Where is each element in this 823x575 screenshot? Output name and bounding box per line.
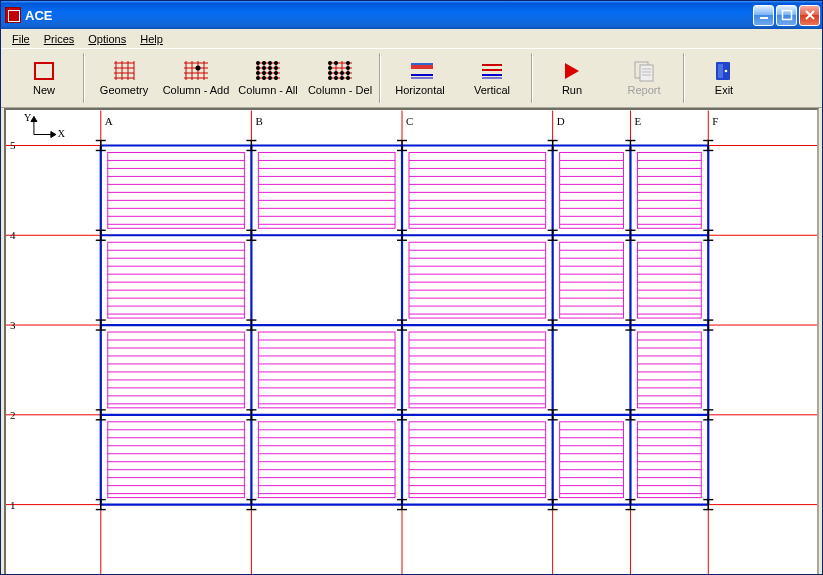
svg-point-16 (256, 76, 260, 80)
horizontal-button[interactable]: Horizontal (385, 53, 455, 103)
svg-point-11 (274, 66, 278, 70)
svg-text:4: 4 (10, 229, 16, 241)
window-title: ACE (25, 8, 751, 23)
svg-point-31 (340, 76, 344, 80)
grid-svg: ABCDEF54321XY (6, 110, 817, 575)
svg-rect-180 (637, 332, 701, 408)
svg-rect-220 (560, 422, 624, 498)
svg-rect-190 (108, 422, 245, 498)
svg-rect-70 (258, 152, 395, 228)
svg-point-27 (340, 71, 344, 75)
svg-rect-200 (258, 422, 395, 498)
svg-rect-90 (560, 152, 624, 228)
svg-rect-130 (560, 242, 624, 318)
report-icon (631, 60, 657, 82)
svg-rect-42 (640, 65, 653, 81)
svg-text:E: E (634, 115, 641, 127)
svg-point-5 (262, 61, 266, 65)
horizontal-beam-icon (407, 60, 433, 82)
svg-point-8 (256, 66, 260, 70)
svg-point-12 (256, 71, 260, 75)
menu-bar: File Prices Options Help (1, 29, 822, 48)
svg-point-25 (328, 71, 332, 75)
svg-point-13 (262, 71, 266, 75)
column-add-button[interactable]: Column - Add (161, 53, 231, 103)
svg-point-14 (268, 71, 272, 75)
svg-point-18 (268, 76, 272, 80)
svg-text:5: 5 (10, 139, 16, 151)
menu-file[interactable]: File (5, 32, 37, 46)
svg-point-28 (346, 71, 350, 75)
svg-rect-110 (108, 242, 245, 318)
svg-rect-100 (637, 152, 701, 228)
svg-rect-210 (409, 422, 546, 498)
svg-point-17 (262, 76, 266, 80)
exit-button[interactable]: Exit (689, 53, 759, 103)
svg-text:1: 1 (10, 499, 15, 511)
svg-point-6 (268, 61, 272, 65)
svg-point-9 (262, 66, 266, 70)
column-add-icon (183, 60, 209, 82)
vertical-beam-icon (479, 60, 505, 82)
drawing-canvas[interactable]: ABCDEF54321XY (4, 108, 819, 575)
svg-rect-160 (258, 332, 395, 408)
svg-point-21 (334, 61, 338, 65)
run-icon (559, 60, 585, 82)
svg-rect-120 (409, 242, 546, 318)
svg-rect-230 (637, 422, 701, 498)
svg-point-3 (196, 66, 201, 71)
run-button[interactable]: Run (537, 53, 607, 103)
svg-rect-170 (409, 332, 546, 408)
svg-point-30 (334, 76, 338, 80)
svg-rect-140 (637, 242, 701, 318)
geometry-button[interactable]: Geometry (89, 53, 159, 103)
svg-text:A: A (105, 115, 113, 127)
svg-text:D: D (557, 115, 565, 127)
column-del-button[interactable]: Column - Del (305, 53, 375, 103)
minimize-button[interactable] (753, 5, 774, 26)
title-bar: ACE (1, 1, 822, 29)
svg-point-4 (256, 61, 260, 65)
svg-point-20 (328, 61, 332, 65)
vertical-button[interactable]: Vertical (457, 53, 527, 103)
svg-point-26 (334, 71, 338, 75)
svg-rect-1 (782, 11, 791, 20)
column-all-button[interactable]: Column - All (233, 53, 303, 103)
svg-rect-0 (760, 17, 768, 19)
menu-options[interactable]: Options (81, 32, 133, 46)
svg-text:2: 2 (10, 409, 15, 421)
column-del-icon (327, 60, 353, 82)
svg-point-15 (274, 71, 278, 75)
svg-rect-34 (411, 63, 433, 65)
svg-text:C: C (406, 115, 413, 127)
svg-text:Y: Y (24, 112, 31, 123)
app-icon (5, 7, 21, 23)
svg-point-48 (725, 70, 728, 73)
toolbar: New Geometry Column - Add (1, 48, 822, 108)
svg-point-7 (274, 61, 278, 65)
grid-icon (111, 60, 137, 82)
svg-rect-47 (718, 64, 723, 78)
svg-point-32 (346, 76, 350, 80)
menu-prices[interactable]: Prices (37, 32, 82, 46)
menu-help[interactable]: Help (133, 32, 170, 46)
svg-rect-2 (35, 63, 53, 79)
svg-text:F: F (712, 115, 718, 127)
svg-text:B: B (255, 115, 262, 127)
maximize-button[interactable] (776, 5, 797, 26)
svg-text:3: 3 (10, 319, 16, 331)
svg-point-22 (346, 61, 350, 65)
svg-point-29 (328, 76, 332, 80)
svg-point-24 (346, 66, 350, 70)
close-button[interactable] (799, 5, 820, 26)
column-all-icon (255, 60, 281, 82)
exit-icon (711, 60, 737, 82)
report-button[interactable]: Report (609, 53, 679, 103)
svg-point-23 (328, 66, 332, 70)
svg-rect-150 (108, 332, 245, 408)
svg-rect-80 (409, 152, 546, 228)
svg-point-19 (274, 76, 278, 80)
svg-rect-60 (108, 152, 245, 228)
new-icon (31, 60, 57, 82)
new-button[interactable]: New (9, 53, 79, 103)
